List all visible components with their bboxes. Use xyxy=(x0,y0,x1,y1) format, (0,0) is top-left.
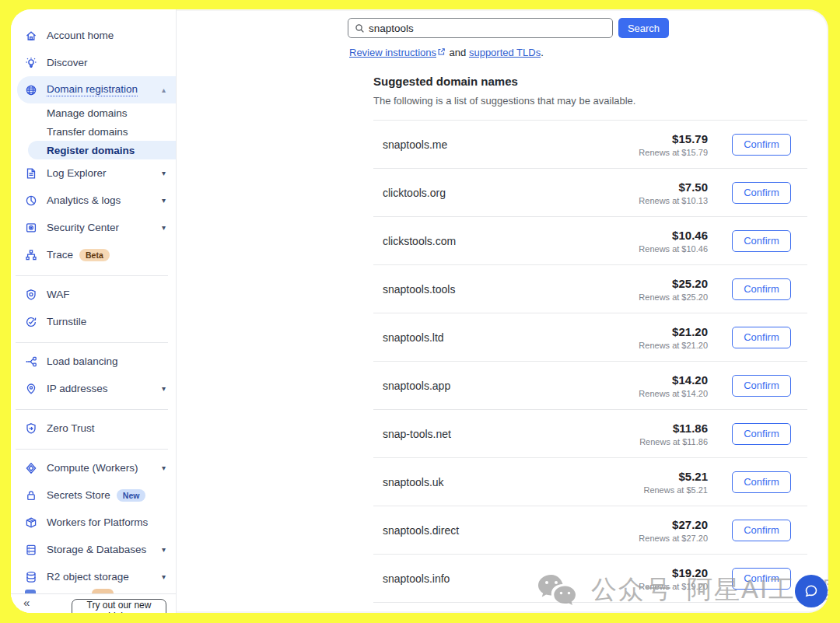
log-document-icon xyxy=(25,167,39,180)
domain-price: $10.46 xyxy=(639,229,708,242)
confirm-button[interactable]: Confirm xyxy=(732,423,791,445)
confirm-button[interactable]: Confirm xyxy=(732,278,791,300)
domain-search-input[interactable] xyxy=(369,19,608,37)
vault-icon xyxy=(25,222,39,234)
domain-name: snaptools.tools xyxy=(383,283,639,296)
beta-badge: Beta xyxy=(79,249,110,261)
external-link-icon xyxy=(437,47,446,55)
sidebar-item-analytics-logs[interactable]: Analytics & logs ▾ xyxy=(11,187,176,214)
collapse-sidebar-icon[interactable]: « xyxy=(23,596,30,609)
sidebar-item-label: R2 object storage xyxy=(47,571,129,583)
domain-renewal-price: Renews at $5.21 xyxy=(643,485,708,495)
confirm-button[interactable]: Confirm xyxy=(732,520,791,541)
domain-renewal-price: Renews at $10.13 xyxy=(639,196,708,205)
chevron-down-icon[interactable]: ▾ xyxy=(162,545,166,554)
sidebar-item-domain-registration[interactable]: Domain registration ▴ xyxy=(17,76,176,103)
chevron-down-icon[interactable]: ▾ xyxy=(162,572,166,581)
sidebar-item-security-center[interactable]: Security Center ▾ xyxy=(11,214,176,241)
domain-name: clickstools.com xyxy=(383,235,639,247)
search-box xyxy=(348,18,613,38)
sidebar-item-ip-addresses[interactable]: IP addresses ▾ xyxy=(11,375,176,402)
sidebar-divider xyxy=(16,275,168,276)
sidebar-item-label: Account home xyxy=(47,30,114,41)
sidebar-footer: « Try out our new sidebar xyxy=(11,593,176,613)
sidebar-item-label: Discover xyxy=(47,57,88,68)
confirm-button[interactable]: Confirm xyxy=(732,327,791,348)
sidebar-item-waf[interactable]: WAF xyxy=(11,281,176,308)
sidebar-item-label: Log Explorer xyxy=(47,167,107,179)
domain-row: clicktools.org $7.50 Renews at $10.13 Co… xyxy=(373,169,807,217)
domain-price: $14.20 xyxy=(639,373,708,387)
domain-row: snaptools.me $15.79 Renews at $15.79 Con… xyxy=(373,121,807,169)
sidebar-item-label: Compute (Workers) xyxy=(47,462,138,474)
confirm-button[interactable]: Confirm xyxy=(732,182,791,204)
lightbulb-icon xyxy=(25,57,39,69)
sidebar-item-discover[interactable]: Discover xyxy=(11,49,176,76)
domain-search-bar: Search xyxy=(348,18,669,38)
domain-row: snaptools.uk $5.21 Renews at $5.21 Confi… xyxy=(373,458,807,506)
domain-renewal-price: Renews at $19.20 xyxy=(639,582,708,591)
sidebar-item-register-domains[interactable]: Register domains xyxy=(28,141,176,159)
sidebar-item-secrets-store[interactable]: Secrets Store New xyxy=(11,481,176,509)
confirm-button[interactable]: Confirm xyxy=(732,134,791,156)
domain-price: $7.50 xyxy=(639,180,708,194)
domain-price: $11.86 xyxy=(639,422,708,435)
chevron-down-icon[interactable]: ▾ xyxy=(162,384,166,393)
workers-diamond-icon xyxy=(25,462,39,474)
try-new-sidebar-button[interactable]: Try out our new sidebar xyxy=(72,599,166,613)
search-icon xyxy=(355,23,365,33)
home-icon xyxy=(25,30,39,42)
chat-fab-button[interactable] xyxy=(795,575,828,607)
chevron-down-icon[interactable]: ▾ xyxy=(162,169,166,177)
sidebar-item-log-explorer[interactable]: Log Explorer ▾ xyxy=(11,159,176,187)
search-button[interactable]: Search xyxy=(618,18,669,38)
confirm-button[interactable]: Confirm xyxy=(732,375,791,397)
sidebar-item-turnstile[interactable]: Turnstile xyxy=(11,308,176,335)
sidebar-item-account-home[interactable]: Account home xyxy=(11,22,176,49)
domain-name: clicktools.org xyxy=(383,187,639,199)
database-icon xyxy=(25,571,39,583)
sidebar-item-label: Trace xyxy=(47,249,73,261)
domain-row: clickstools.com $10.46 Renews at $10.46 … xyxy=(373,217,807,265)
shield-icon xyxy=(25,289,39,301)
sidebar-item-label: Load balancing xyxy=(47,355,118,367)
domain-name: snaptools.ltd xyxy=(383,331,639,344)
sidebar-item-compute-workers-[interactable]: Compute (Workers) ▾ xyxy=(11,454,176,481)
domain-row: snaptools.app $14.20 Renews at $14.20 Co… xyxy=(373,362,807,410)
domain-row: snaptools.direct $27.20 Renews at $27.20… xyxy=(373,506,807,555)
confirm-button[interactable]: Confirm xyxy=(732,471,791,493)
and-text: and xyxy=(446,47,469,58)
domain-name: snap-tools.net xyxy=(383,428,639,440)
sidebar-item-label: WAF xyxy=(47,289,70,300)
location-pin-icon xyxy=(25,383,39,395)
chevron-down-icon[interactable]: ▾ xyxy=(162,223,166,232)
supported-tlds-link[interactable]: supported TLDs xyxy=(469,47,541,58)
sidebar-item-label: Turnstile xyxy=(47,316,86,327)
turnstile-check-icon xyxy=(25,316,39,328)
chevron-up-icon[interactable]: ▴ xyxy=(162,86,166,94)
confirm-button[interactable]: Confirm xyxy=(732,568,791,590)
padlock-icon xyxy=(25,489,39,502)
sidebar-item-label: Analytics & logs xyxy=(47,194,121,206)
sidebar-divider xyxy=(16,342,168,343)
domain-row: snaptools.info $19.20 Renews at $19.20 C… xyxy=(373,555,807,603)
sidebar-subitem-label: Register domains xyxy=(47,145,135,156)
review-instructions-link[interactable]: Review instructions xyxy=(349,47,436,58)
confirm-button[interactable]: Confirm xyxy=(732,230,791,252)
chevron-down-icon[interactable]: ▾ xyxy=(162,196,166,205)
sidebar-nav: Account home Discover Domain registratio… xyxy=(11,22,176,590)
domain-renewal-price: Renews at $15.79 xyxy=(639,148,708,157)
sidebar-item-storage-databases[interactable]: Storage & Databases ▾ xyxy=(11,536,176,563)
sidebar-item-load-balancing[interactable]: Load balancing xyxy=(11,348,176,375)
sidebar-item-manage-domains[interactable]: Manage domains xyxy=(11,103,176,122)
sidebar-item-trace[interactable]: Trace Beta xyxy=(11,241,176,268)
sidebar-item-transfer-domains[interactable]: Transfer domains xyxy=(11,122,176,141)
domain-price: $21.20 xyxy=(639,325,708,338)
package-icon xyxy=(25,516,39,529)
domain-renewal-price: Renews at $25.20 xyxy=(639,292,708,302)
section-subtitle: The following is a list of suggestions t… xyxy=(373,95,807,107)
sidebar-item-zero-trust[interactable]: Zero Trust xyxy=(11,415,176,442)
sidebar-item-workers-for-platforms[interactable]: Workers for Platforms xyxy=(11,509,176,536)
sidebar-divider xyxy=(16,449,168,450)
chevron-down-icon[interactable]: ▾ xyxy=(162,464,166,472)
